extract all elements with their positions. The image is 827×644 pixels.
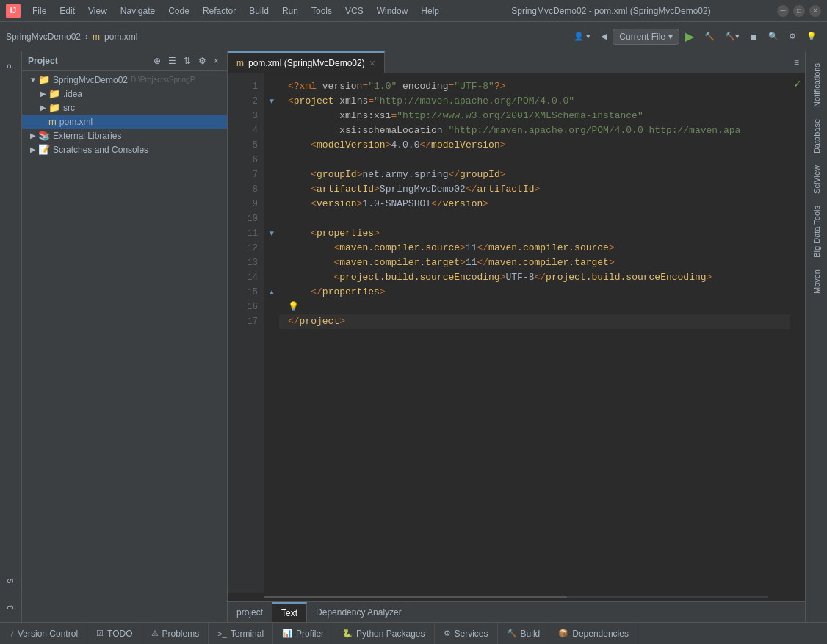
- maven-panel-btn[interactable]: Maven: [809, 264, 824, 300]
- menu-file[interactable]: File: [26, 4, 52, 18]
- app-logo: IJ: [6, 4, 21, 18]
- line-num-8: 8: [228, 182, 258, 197]
- editor-tab-dependency[interactable]: Dependency Analyzer: [307, 602, 411, 622]
- gutter-8: [264, 182, 279, 197]
- panel-sort-btn[interactable]: ⇅: [181, 54, 193, 68]
- line-num-17: 17: [228, 314, 258, 329]
- line-num-2: 2: [228, 94, 258, 109]
- bottom-tab-todo[interactable]: ☑ TODO: [87, 623, 142, 644]
- gutter-11[interactable]: ▼: [264, 226, 279, 241]
- tree-item-pom[interactable]: m pom.xml: [22, 115, 227, 129]
- tree-label-src: src: [63, 103, 75, 113]
- structure-panel-toggle[interactable]: S: [2, 572, 20, 590]
- gutter-16: [264, 300, 279, 314]
- bottom-tab-profiler[interactable]: 📊 Profiler: [273, 623, 333, 644]
- minimize-button[interactable]: ─: [777, 5, 789, 17]
- menu-build[interactable]: Build: [243, 4, 275, 18]
- gutter-15[interactable]: ▲: [264, 285, 279, 300]
- tab-close-button[interactable]: ×: [369, 57, 375, 69]
- build-with-options-button[interactable]: 🔨▾: [721, 29, 744, 43]
- maximize-button[interactable]: □: [793, 5, 805, 17]
- tree-arrow-root[interactable]: ▼: [28, 76, 38, 84]
- line-num-15: 15: [228, 285, 258, 300]
- search-button[interactable]: 🔍: [764, 29, 783, 43]
- sciview-panel-btn[interactable]: SciView: [809, 159, 824, 200]
- editor-tab-bar: m pom.xml (SpringMvcDemo02) × ≡: [228, 51, 805, 73]
- line-num-4: 4: [228, 123, 258, 138]
- panel-close-btn[interactable]: ×: [212, 54, 221, 68]
- bottom-tab-dependencies[interactable]: 📦 Dependencies: [549, 623, 638, 644]
- settings-button[interactable]: ⚙: [784, 29, 801, 43]
- panel-list-btn[interactable]: ☰: [166, 54, 178, 68]
- hscroll-track[interactable]: [264, 596, 768, 598]
- tree-item-extlibs[interactable]: ▶ 📚 External Libraries: [22, 129, 227, 142]
- problems-icon: ⚠: [151, 629, 159, 638]
- bottom-tab-version-control[interactable]: ⑂ Version Control: [0, 623, 87, 644]
- menu-navigate[interactable]: Navigate: [115, 4, 161, 18]
- project-folder-icon: 📁: [38, 74, 50, 85]
- tree-arrow-idea[interactable]: ▶: [38, 90, 48, 98]
- user-button[interactable]: 👤 ▾: [569, 29, 595, 43]
- menu-edit[interactable]: Edit: [54, 4, 81, 18]
- tree-label-extlibs: External Libraries: [53, 131, 121, 141]
- editor-area: m pom.xml (SpringMvcDemo02) × ≡ 1 2 3 4 …: [228, 51, 805, 622]
- tree-arrow-src[interactable]: ▶: [38, 104, 48, 112]
- menu-tools[interactable]: Tools: [306, 4, 338, 18]
- panel-add-btn[interactable]: ⊕: [151, 54, 163, 68]
- editor-tab-pom[interactable]: m pom.xml (SpringMvcDemo02) ×: [228, 51, 385, 73]
- tree-item-scratches[interactable]: ▶ 📝 Scratches and Consoles: [22, 142, 227, 156]
- terminal-label: Terminal: [231, 629, 264, 639]
- tree-item-src[interactable]: ▶ 📁 src: [22, 101, 227, 115]
- dependency-tab-label: Dependency Analyzer: [316, 607, 402, 618]
- toolbar-actions: 👤 ▾ ◀ Current File ▾ ▶ 🔨 🔨▾ ⏹ 🔍 ⚙ 💡: [569, 27, 821, 46]
- big-data-tools-panel-btn[interactable]: Big Data Tools: [809, 200, 824, 264]
- menu-help[interactable]: Help: [415, 4, 445, 18]
- project-panel-toggle[interactable]: P: [2, 57, 20, 75]
- tree-arrow-extlibs[interactable]: ▶: [28, 131, 38, 140]
- bottom-tab-python-packages[interactable]: 🐍 Python Packages: [333, 623, 434, 644]
- tree-item-root[interactable]: ▼ 📁 SpringMvcDemo02 D:\Projects\SpringP: [22, 73, 227, 87]
- menu-run[interactable]: Run: [276, 4, 304, 18]
- bottom-tab-build[interactable]: 🔨 Build: [498, 623, 550, 644]
- tree-arrow-scratches[interactable]: ▶: [28, 145, 38, 153]
- menu-view[interactable]: View: [82, 4, 113, 18]
- current-file-dropdown[interactable]: Current File ▾: [613, 29, 679, 45]
- tab-file-icon: m: [236, 58, 244, 68]
- menu-refactor[interactable]: Refactor: [197, 4, 242, 18]
- gutter-9: [264, 197, 279, 211]
- bottom-tabs: ⑂ Version Control ☑ TODO ⚠ Problems >_ T…: [0, 622, 827, 644]
- line-num-12: 12: [228, 241, 258, 256]
- menu-code[interactable]: Code: [162, 4, 195, 18]
- code-line-16: 💡: [279, 300, 790, 314]
- menu-bar: File Edit View Navigate Code Refactor Bu…: [26, 4, 445, 18]
- title-bar: IJ File Edit View Navigate Code Refactor…: [0, 0, 827, 22]
- notifications-panel-btn[interactable]: Notifications: [809, 57, 824, 113]
- todo-icon: ☑: [96, 629, 104, 638]
- bookmarks-panel-toggle[interactable]: B: [2, 598, 20, 616]
- horizontal-scrollbar[interactable]: [228, 593, 805, 601]
- code-editor[interactable]: <?xml version="1.0" encoding="UTF-8"?> <…: [279, 73, 790, 593]
- left-sidebar: P S B: [0, 51, 22, 622]
- menu-window[interactable]: Window: [371, 4, 414, 18]
- run-button[interactable]: ▶: [681, 27, 698, 46]
- close-button[interactable]: ×: [809, 5, 821, 17]
- gutter-2[interactable]: ▼: [264, 94, 279, 109]
- project-name: SpringMvcDemo02: [6, 32, 81, 42]
- bulb-icon[interactable]: 💡: [288, 300, 299, 314]
- menu-vcs[interactable]: VCS: [339, 4, 369, 18]
- database-panel-btn[interactable]: Database: [809, 113, 824, 159]
- hscroll-thumb[interactable]: [264, 596, 567, 598]
- tab-overflow-button[interactable]: ≡: [788, 51, 805, 73]
- tree-item-idea[interactable]: ▶ 📁 .idea: [22, 87, 227, 101]
- bottom-tab-services[interactable]: ⚙ Services: [435, 623, 498, 644]
- editor-tab-project[interactable]: project: [228, 602, 272, 622]
- notification-button[interactable]: 💡: [802, 29, 821, 43]
- bottom-tab-problems[interactable]: ⚠ Problems: [142, 623, 209, 644]
- panel-gear-btn[interactable]: ⚙: [196, 54, 209, 68]
- bottom-tab-terminal[interactable]: >_ Terminal: [209, 623, 273, 644]
- stop-button[interactable]: ⏹: [745, 30, 762, 43]
- build-button[interactable]: 🔨: [700, 29, 719, 43]
- editor-tab-text[interactable]: Text: [272, 602, 307, 622]
- back-button[interactable]: ◀: [596, 29, 611, 43]
- idea-folder-icon: 📁: [48, 88, 60, 99]
